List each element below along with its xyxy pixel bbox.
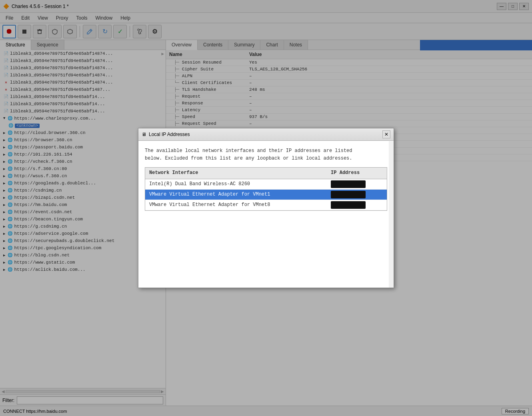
interface-name: VMware Virtual Ethernet Adapter for VMne… <box>145 189 327 200</box>
col-network-interface: Network Interface <box>145 168 327 179</box>
col-ip-address: IP Address <box>327 168 387 179</box>
redacted-ip: ████████████ <box>331 180 365 188</box>
ip-address: ████████████ <box>327 179 387 189</box>
modal-body: The available local network interfaces a… <box>138 141 394 219</box>
modal-scrollbar[interactable] <box>389 141 394 288</box>
modal-close-button[interactable]: ✕ <box>382 130 390 138</box>
modal-table-container: Network Interface IP Address Intel(R) Du… <box>145 167 387 211</box>
modal-network-table: Network Interface IP Address Intel(R) Du… <box>145 168 387 210</box>
table-row[interactable]: Intel(R) Dual Band Wireless-AC 8260 ████… <box>145 179 387 189</box>
redacted-ip: ████████████ <box>331 191 365 198</box>
modal-title-left: 🖥 Local IP Addresses <box>142 132 190 137</box>
table-row[interactable]: VMware Virtual Ethernet Adapter for VMne… <box>145 200 387 210</box>
modal-overlay[interactable]: 🖥 Local IP Addresses ✕ The available loc… <box>0 0 532 416</box>
modal-description-line1: The available local network interfaces a… <box>145 147 387 155</box>
interface-name: Intel(R) Dual Band Wireless-AC 8260 <box>145 179 327 189</box>
interface-name: VMware Virtual Ethernet Adapter for VMne… <box>145 200 327 210</box>
modal-description-line2: below. Excluded from this list are any l… <box>145 155 387 162</box>
modal-icon: 🖥 <box>142 132 146 137</box>
modal-title: Local IP Addresses <box>149 132 190 137</box>
table-row-selected[interactable]: VMware Virtual Ethernet Adapter for VMne… <box>145 189 387 200</box>
ip-address: ████████████ <box>327 200 387 210</box>
ip-address: ████████████ <box>327 189 387 200</box>
redacted-ip: ████████████ <box>331 201 365 209</box>
modal-title-bar: 🖥 Local IP Addresses ✕ <box>138 128 394 141</box>
modal-dialog: 🖥 Local IP Addresses ✕ The available loc… <box>138 128 394 288</box>
